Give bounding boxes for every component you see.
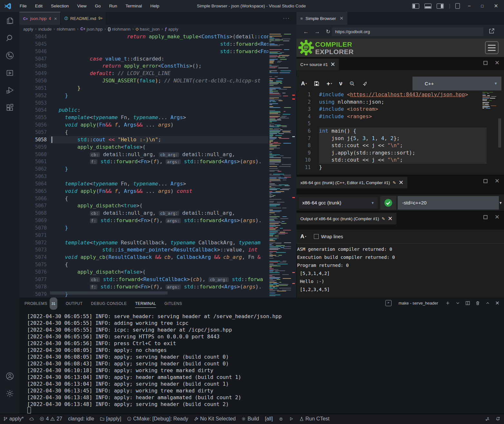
rename-icon[interactable]: ✎ (393, 180, 396, 185)
close-icon[interactable]: ✕ (330, 62, 335, 67)
breadcrumb-item-nlohmann[interactable]: {}nlohmann (108, 27, 130, 32)
compiler-explorer-wordmark[interactable]: COMPILER EXPLORER (315, 41, 354, 55)
code-editor[interactable]: 5044 return apply_make_tuple<ConstThis>(… (19, 33, 296, 298)
editor-actions-ellipsis-icon[interactable]: ··· (283, 15, 290, 21)
code-line[interactable]: 5051 } (19, 85, 296, 92)
code-line[interactable]: 5076 apply_dispatch<false>( (19, 269, 296, 276)
tab-simple-browser[interactable]: ≡ Simple Browser ✕ (296, 12, 347, 25)
tab-README.md[interactable]: ⓘREADME.md9+ (61, 12, 106, 25)
close-window-button[interactable]: ✕ (491, 3, 501, 9)
code-line[interactable]: 5072 template<typename ResultCallback, t… (19, 239, 296, 247)
kill-terminal-icon[interactable] (475, 301, 480, 306)
compiler-select[interactable]: x86-64 gcc (trunk) ▼ (299, 197, 378, 209)
source-line[interactable]: 1#include <https://localhost:8443/apply/… (296, 91, 504, 99)
code-line[interactable]: 5063 (19, 173, 296, 180)
new-terminal-icon[interactable] (445, 301, 450, 306)
code-line[interactable]: 5071 (19, 232, 296, 239)
menu-view[interactable]: View (73, 0, 91, 12)
close-icon[interactable]: ✕ (399, 180, 403, 185)
panel-tab-problems[interactable]: PROBLEMS31 (24, 298, 57, 309)
code-line[interactable]: 5059 apply_dispatch<false>( (19, 144, 296, 151)
source-line[interactable]: 8 std::cout << j << "\n"; (296, 142, 504, 149)
code-line[interactable]: 5047 case value_t::discarded: (19, 55, 296, 63)
url-input[interactable]: https://godbolt.org (332, 27, 483, 36)
activity-account[interactable] (0, 367, 19, 385)
panel-tab-debug-console[interactable]: DEBUG CONSOLE (91, 298, 127, 309)
source-line[interactable]: 5 (296, 120, 504, 127)
hamburger-menu-icon[interactable] (485, 41, 499, 54)
source-line[interactable]: 4#include <ranges> (296, 113, 504, 120)
minimize-button[interactable]: − (465, 3, 473, 9)
source-scrollbar[interactable] (498, 118, 501, 147)
language-select[interactable]: C++ ▼ (412, 77, 501, 90)
menu-file[interactable]: File (15, 0, 31, 12)
open-external-icon[interactable] (489, 28, 495, 34)
code-line[interactable]: 5048 return apply_error<ConstThis>(); (19, 62, 296, 70)
status-notifications[interactable] (496, 414, 500, 424)
customize-layout-icon[interactable] (455, 3, 460, 9)
code-line[interactable]: 5067 apply_dispatch<true>( (19, 202, 296, 210)
breadcrumb-item-json.hpp[interactable]: C+json.hpp (80, 27, 102, 32)
toggle-panel-icon[interactable] (424, 4, 431, 9)
source-line[interactable]: 11} (296, 164, 504, 171)
rename-icon[interactable]: ✎ (382, 216, 385, 221)
code-line[interactable]: 5050 JSON_ASSERT(false); // NOLINT(cert-… (19, 77, 296, 85)
code-line[interactable]: 5077 cb: std::forward<ResultCallback>(cb… (19, 276, 296, 283)
status-remote[interactable] (485, 414, 490, 424)
close-pane-icon[interactable]: ✕ (495, 60, 499, 66)
status-git-branch[interactable]: apply* (3, 414, 24, 424)
code-line[interactable]: 5055 template<typename Fn, typename... A… (19, 114, 296, 121)
source-line[interactable]: 10 std::cout << j << "\n"; (296, 156, 504, 164)
save-icon[interactable] (314, 81, 319, 86)
code-line[interactable]: 5074 void apply_cb(ResultCallback && cb,… (19, 254, 296, 261)
code-line[interactable]: 5045 std::forward<Res (19, 41, 296, 48)
status-cmake-project[interactable]: [apply] (100, 414, 121, 424)
status-cmake-kit[interactable]: No Kit Selected (194, 414, 236, 424)
code-line[interactable]: 5068 cb: detail::null_arg, cb_arg: detai… (19, 210, 296, 217)
code-line[interactable]: 5056 void apply(Fn&& f, Args&& ... args) (19, 121, 296, 129)
toggle-sidebar-icon[interactable] (412, 4, 419, 9)
code-line[interactable]: 5064 template<typename Fn, typename... A… (19, 180, 296, 188)
wrap-lines-checkbox[interactable] (314, 234, 319, 239)
breadcrumb-item-basic_json[interactable]: ◇basic_json (136, 27, 160, 32)
code-line[interactable]: 5075 { (19, 261, 296, 269)
close-icon[interactable]: ✕ (339, 15, 344, 21)
breadcrumb-item-include[interactable]: include (38, 27, 52, 32)
split-terminal-icon[interactable] (465, 301, 470, 306)
code-line[interactable]: 5053 (19, 99, 296, 107)
vim-mode-icon[interactable]: ν (339, 80, 342, 87)
activity-explorer[interactable] (0, 12, 19, 29)
code-line[interactable]: 5065 void apply(Fn&& f, Args&& ... args)… (19, 188, 296, 195)
terminal-dropdown-icon[interactable] (455, 301, 460, 306)
code-line[interactable]: 5078 f: std::forward<Fn>(f), args: std::… (19, 283, 296, 291)
activity-search[interactable] (0, 29, 19, 47)
code-line[interactable]: 5066 { (19, 195, 296, 203)
maximize-pane-icon[interactable] (483, 60, 488, 66)
maximize-button[interactable]: □ (479, 4, 486, 8)
tab-json.hpp[interactable]: C+json.hpp4× (19, 12, 61, 25)
close-icon[interactable]: ✕ (388, 216, 393, 221)
code-line[interactable]: 5070 } (19, 224, 296, 232)
close-pane-icon[interactable]: ✕ (495, 214, 499, 220)
activity-extensions[interactable] (0, 99, 19, 116)
menu-run[interactable]: Run (105, 0, 121, 12)
activity-source-control[interactable] (0, 47, 19, 64)
code-line[interactable]: 5057 { (19, 129, 296, 136)
close-panel-icon[interactable]: ✕ (495, 300, 499, 306)
activity-run-and-debug[interactable] (0, 81, 19, 99)
horizontal-scrollbar[interactable] (50, 291, 168, 295)
chevron-down-icon[interactable]: ▼ (499, 196, 502, 210)
menu-edit[interactable]: Edit (31, 0, 47, 12)
status-clangd-status[interactable]: clangd: idle (68, 414, 94, 424)
source-minimap[interactable] (482, 92, 496, 109)
font-size-button[interactable]: A▾ (300, 233, 306, 240)
status-cmake-status[interactable]: CMake: [Debug]: Ready (127, 414, 188, 424)
code-line[interactable]: 5062 } (19, 165, 296, 173)
maximize-pane-icon[interactable] (483, 178, 488, 184)
code-line[interactable]: 5060 cb: detail::null_arg, cb_arg: detai… (19, 151, 296, 158)
breadcrumb-item-apply[interactable]: apply (23, 27, 33, 32)
code-line[interactable]: 5054 public: (19, 107, 296, 114)
overview-ruler[interactable] (291, 33, 296, 298)
activity-settings-gear[interactable] (0, 385, 19, 402)
code-line[interactable]: 5046 std::forward<Fn> (19, 48, 296, 55)
